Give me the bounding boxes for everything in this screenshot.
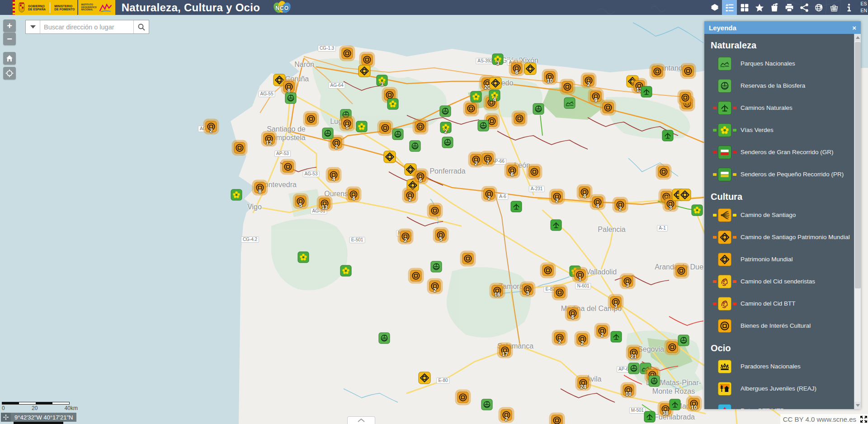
zoom-in-button[interactable]: + bbox=[3, 19, 16, 32]
bic-marker[interactable] bbox=[529, 166, 540, 178]
bic-marker[interactable] bbox=[234, 142, 245, 154]
bic-marker[interactable]: 2 bbox=[597, 325, 608, 337]
viasverdes-marker[interactable]: 3 bbox=[377, 75, 388, 86]
legend-item[interactable]: Camino de Santiago bbox=[704, 204, 861, 226]
basket-button[interactable] bbox=[826, 0, 841, 15]
bic-marker[interactable] bbox=[667, 342, 678, 353]
bic-marker[interactable]: 12 bbox=[264, 133, 275, 145]
bic-marker[interactable] bbox=[542, 265, 554, 276]
legend-item[interactable]: Patrimonio Mundial bbox=[704, 248, 861, 270]
bic-marker[interactable] bbox=[380, 122, 391, 134]
pm-marker[interactable] bbox=[419, 372, 431, 384]
bic-marker[interactable]: 4 bbox=[348, 189, 359, 200]
bic-marker[interactable]: 2 bbox=[583, 75, 594, 86]
search-button[interactable] bbox=[133, 20, 149, 33]
viasverdes-marker[interactable] bbox=[471, 91, 482, 103]
lang-es[interactable]: ES bbox=[860, 0, 867, 7]
bic-marker[interactable]: 21 bbox=[628, 347, 640, 358]
legend-item[interactable]: Rutas BTT/MTB bbox=[704, 400, 861, 409]
biosfera-marker[interactable] bbox=[392, 129, 404, 140]
legend-item[interactable]: Camino de Santiago Patrimonio Mundial bbox=[704, 226, 861, 248]
bic-marker[interactable]: 5 bbox=[435, 230, 447, 241]
caminos-marker[interactable] bbox=[641, 86, 652, 98]
bic-marker[interactable] bbox=[429, 205, 441, 217]
legend-item[interactable]: Caminos Naturales bbox=[704, 97, 861, 119]
biosfera-marker[interactable] bbox=[410, 141, 421, 152]
star-button[interactable] bbox=[752, 0, 767, 15]
bic-marker[interactable] bbox=[680, 92, 691, 104]
caminos-marker[interactable] bbox=[511, 201, 522, 212]
bic-marker[interactable]: 4 bbox=[592, 197, 604, 208]
bic-marker[interactable] bbox=[658, 166, 670, 178]
bic-marker[interactable]: 2 bbox=[577, 334, 588, 345]
legend-item[interactable]: Senderos de Pequeño Recorrido (PR) bbox=[704, 163, 861, 185]
bic-marker[interactable]: 17 bbox=[500, 345, 511, 356]
legend-list-button[interactable] bbox=[722, 0, 737, 15]
legend-scrollbar[interactable] bbox=[854, 34, 861, 409]
bic-marker[interactable] bbox=[458, 392, 469, 403]
bic-marker[interactable]: 2 bbox=[400, 231, 411, 242]
bic-marker[interactable]: 6 bbox=[415, 171, 426, 182]
biosfera-marker[interactable] bbox=[440, 106, 451, 117]
bic-marker[interactable] bbox=[562, 81, 573, 93]
bic-marker[interactable]: 8 bbox=[255, 182, 266, 193]
bic-marker[interactable]: 6 bbox=[511, 63, 523, 74]
bic-marker[interactable]: 4 bbox=[579, 187, 590, 198]
share-button[interactable] bbox=[797, 0, 811, 15]
legend-item[interactable]: Vías Verdes bbox=[704, 119, 861, 141]
legend-item[interactable]: Paradores Nacionales bbox=[704, 355, 861, 377]
viasverdes-marker[interactable] bbox=[692, 205, 703, 216]
scroll-thumb[interactable] bbox=[855, 42, 861, 288]
pm-marker[interactable] bbox=[679, 189, 691, 201]
legend-item[interactable]: Bienes de Interés Cultural bbox=[704, 315, 861, 337]
locate-button[interactable] bbox=[3, 67, 16, 80]
bic-marker[interactable] bbox=[283, 161, 294, 173]
bag-add-button[interactable] bbox=[767, 0, 782, 15]
caminos-marker[interactable] bbox=[611, 331, 622, 343]
search-source-dropdown[interactable] bbox=[26, 20, 40, 33]
bic-marker[interactable]: 3 bbox=[522, 284, 533, 295]
scroll-down-button[interactable] bbox=[854, 402, 861, 409]
legend-item[interactable]: Senderos de Gran Recorrido (GR) bbox=[704, 141, 861, 163]
biosfera-marker[interactable] bbox=[285, 93, 297, 104]
bic-marker[interactable] bbox=[554, 287, 566, 298]
layers-button[interactable] bbox=[707, 0, 722, 15]
legend-item[interactable]: Albergues Juveniles (REAJ) bbox=[704, 377, 861, 400]
bic-marker[interactable]: 2 bbox=[615, 199, 626, 211]
caminos-marker[interactable] bbox=[670, 399, 681, 410]
caminos-marker[interactable] bbox=[644, 411, 656, 423]
bic-marker[interactable] bbox=[462, 253, 474, 264]
viasverdes-marker[interactable]: 2 bbox=[440, 122, 452, 133]
fullscreen-button[interactable] bbox=[859, 414, 868, 424]
bic-marker[interactable] bbox=[514, 113, 525, 124]
bic-marker[interactable] bbox=[552, 415, 563, 424]
biosfera-marker[interactable] bbox=[379, 333, 390, 344]
pm-marker[interactable] bbox=[359, 65, 371, 77]
bic-marker[interactable] bbox=[603, 102, 614, 113]
biosfera-marker[interactable] bbox=[678, 335, 689, 346]
bic-marker[interactable] bbox=[362, 54, 373, 66]
bic-marker[interactable]: 10 bbox=[623, 385, 634, 396]
caminos-marker[interactable] bbox=[551, 220, 562, 231]
search-input[interactable] bbox=[40, 20, 133, 33]
bic-marker[interactable]: 13 bbox=[319, 198, 330, 209]
viasverdes-marker[interactable] bbox=[298, 252, 309, 263]
viasverdes-marker[interactable] bbox=[356, 121, 368, 132]
scroll-up-button[interactable] bbox=[854, 34, 861, 41]
legend-header[interactable]: Leyenda × bbox=[704, 21, 861, 34]
bic-marker[interactable]: 1 bbox=[575, 269, 586, 281]
bic-marker[interactable]: 2 bbox=[331, 137, 342, 149]
biosfera-marker[interactable] bbox=[431, 261, 442, 273]
bic-marker[interactable] bbox=[306, 113, 317, 125]
pm-marker[interactable] bbox=[490, 77, 502, 90]
viasverdes-marker[interactable] bbox=[387, 99, 399, 110]
bic-marker[interactable]: 6 bbox=[567, 308, 579, 319]
parques-marker[interactable] bbox=[564, 98, 576, 109]
collapse-panel-button[interactable] bbox=[347, 416, 375, 424]
bic-marker[interactable]: 7 bbox=[482, 153, 494, 165]
home-button[interactable] bbox=[3, 52, 16, 65]
caminos-marker[interactable] bbox=[662, 130, 674, 141]
bic-marker[interactable]: 24 bbox=[578, 377, 589, 389]
bic-marker[interactable]: 2 bbox=[484, 188, 495, 200]
biosfera-marker[interactable] bbox=[628, 363, 640, 374]
